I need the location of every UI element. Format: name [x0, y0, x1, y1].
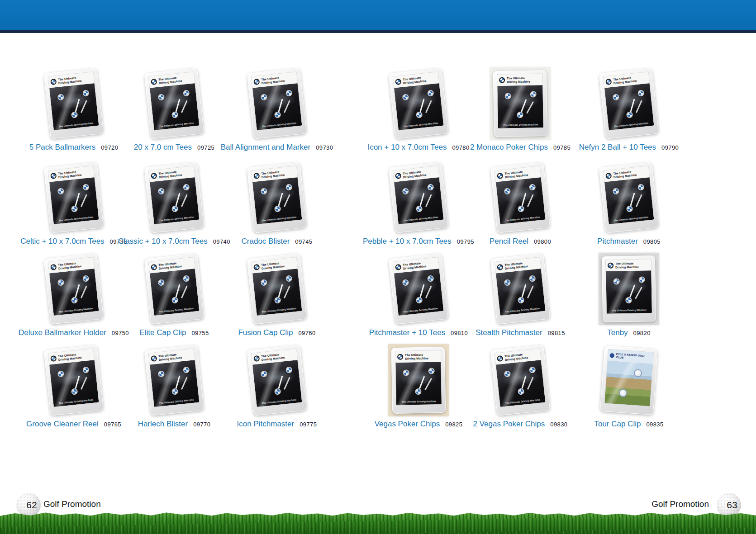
club-crest-icon — [609, 353, 614, 358]
blister-pack: The UltimateDriving Machine The Ultimate… — [389, 253, 449, 325]
pack-contents: The Ultimate Driving Machine — [497, 85, 544, 129]
blister-pack: The UltimateDriving Machine The Ultimate… — [391, 347, 446, 414]
product-photo: The UltimateDriving Machine The Ultimate… — [464, 252, 577, 326]
product-photo: The UltimateDriving Machine The Ultimate… — [17, 252, 130, 326]
product-name: 5 Pack Ballmarkers — [29, 143, 95, 152]
bmw-roundel-icon — [497, 173, 503, 179]
pack-brand-text: The UltimateDriving Machine — [158, 170, 182, 179]
pack-contents: The Ultimate Driving Machine — [495, 177, 546, 225]
product-name: Elite Cap Clip — [139, 328, 186, 337]
product-photo: The UltimateDriving Machine The Ultimate… — [572, 67, 685, 140]
product-photo: The UltimateDriving Machine The Ultimate… — [118, 252, 231, 326]
pack-contents: The Ultimate Driving Machine — [604, 177, 654, 225]
product-code: 09785 — [553, 144, 571, 151]
pack-contents: The Ultimate Driving Machine — [395, 362, 442, 406]
product-card: The UltimateDriving Machine The Ultimate… — [17, 252, 130, 343]
blister-pack: The UltimateDriving Machine The Ultimate… — [493, 70, 548, 137]
pack-contents: The Ultimate Driving Machine — [495, 269, 546, 316]
product-photo: The UltimateDriving Machine The Ultimate… — [464, 161, 577, 234]
grass-strip — [0, 511, 756, 534]
golf-ball-page-marker: 63 — [717, 493, 741, 517]
product-label: Icon Pitchmaster 09775 — [220, 420, 333, 429]
blister-pack: The UltimateDriving Machine The Ultimate… — [599, 68, 659, 139]
product-label: Elite Cap Clip 09755 — [118, 328, 231, 337]
product-name: Pitchmaster — [597, 237, 638, 246]
product-name: Icon + 10 x 7.0cm Tees — [367, 143, 447, 152]
bmw-roundel-icon — [50, 173, 57, 179]
product-code: 09790 — [661, 144, 679, 151]
pack-contents — [604, 361, 653, 407]
product-label: Vegas Poker Chips 09825 — [362, 420, 475, 429]
product-name: Ball Alignment and Marker — [221, 143, 310, 152]
bmw-roundel-icon — [253, 79, 260, 85]
blister-pack: The UltimateDriving Machine The Ultimate… — [144, 68, 204, 139]
blister-pack: The UltimateDriving Machine The Ultimate… — [490, 162, 551, 233]
product-card: The UltimateDriving Machine The Ultimate… — [464, 344, 577, 434]
bmw-roundel-icon — [397, 354, 403, 360]
pack-brand-text: The UltimateDriving Machine — [613, 170, 637, 179]
product-photo: The UltimateDriving Machine The Ultimate… — [220, 252, 333, 326]
product-name: 20 x 7.0 cm Tees — [134, 143, 192, 152]
pack-brand-text: The UltimateDriving Machine — [58, 352, 82, 362]
product-photo: The UltimateDriving Machine The Ultimate… — [118, 344, 231, 417]
blister-pack: The UltimateDriving Machine The Ultimate… — [144, 253, 204, 325]
product-label: Nefyn 2 Ball + 10 Tees 09790 — [572, 143, 685, 152]
pack-contents: The Ultimate Driving Machine — [149, 177, 200, 225]
product-card: The UltimateDriving Machine The Ultimate… — [17, 344, 130, 434]
product-code: 09770 — [193, 421, 210, 428]
golf-ball-page-marker: 62 — [16, 493, 41, 517]
product-code: 09830 — [550, 421, 567, 428]
pack-contents: The Ultimate Driving Machine — [149, 83, 200, 131]
pack-brand-text: The UltimateDriving Machine — [58, 170, 82, 179]
pack-brand-text: The UltimateDriving Machine — [261, 352, 285, 362]
product-code: 09825 — [445, 421, 462, 428]
pack-header: The UltimateDriving Machine — [605, 259, 651, 271]
bmw-roundel-icon — [497, 264, 503, 270]
product-name: Pitchmaster + 10 Tees — [369, 328, 445, 337]
product-code: 09805 — [643, 238, 661, 245]
bmw-roundel-icon — [605, 173, 612, 179]
bmw-roundel-icon — [253, 264, 260, 270]
bmw-roundel-icon — [497, 355, 503, 362]
pack-brand-text: The UltimateDriving Machine — [504, 261, 528, 270]
product-card: The UltimateDriving Machine The Ultimate… — [464, 67, 577, 157]
pack-brand-text: The UltimateDriving Machine — [261, 76, 285, 85]
product-label: Celtic + 10 x 7.0cm Tees 09735 — [17, 237, 130, 246]
product-card: The UltimateDriving Machine The Ultimate… — [17, 161, 130, 251]
club-name-text: PYLE & KENFIG GOLF CLUB — [616, 353, 651, 361]
product-code: 09720 — [101, 144, 118, 151]
product-label: Pencil Reel 09800 — [464, 237, 577, 246]
product-card: The UltimateDriving Machine The Ultimate… — [572, 67, 685, 157]
product-card: PYLE & KENFIG GOLF CLUB Tour Cap Clip 09… — [572, 344, 685, 434]
blister-pack: The UltimateDriving Machine The Ultimate… — [44, 162, 104, 233]
blister-pack: The UltimateDriving Machine The Ultimate… — [602, 255, 656, 322]
product-card: The UltimateDriving Machine The Ultimate… — [220, 344, 333, 434]
product-name: Fusion Cap Clip — [238, 328, 293, 337]
product-label: 2 Vegas Poker Chips 09830 — [464, 420, 577, 429]
pack-contents: The Ultimate Driving Machine — [605, 270, 652, 314]
pack-contents: The Ultimate Driving Machine — [495, 360, 546, 407]
product-label: Pebble + 10 x 7.0cm Tees 09795 — [362, 237, 475, 246]
product-card: The UltimateDriving Machine The Ultimate… — [220, 252, 333, 343]
blister-pack: PYLE & KENFIG GOLF CLUB — [600, 345, 658, 415]
product-card: The UltimateDriving Machine The Ultimate… — [464, 161, 577, 251]
product-card: The UltimateDriving Machine The Ultimate… — [17, 67, 130, 157]
product-card: The UltimateDriving Machine The Ultimate… — [362, 344, 475, 434]
footer-title-left: Golf Promotion — [43, 499, 101, 509]
product-photo: The UltimateDriving Machine The Ultimate… — [362, 67, 475, 140]
pack-contents: The Ultimate Driving Machine — [49, 360, 99, 407]
header-bar — [0, 0, 756, 33]
product-code: 09820 — [633, 330, 651, 336]
page-number-left: 62 — [16, 493, 41, 517]
gloss-highlight — [395, 362, 442, 405]
pack-contents: The Ultimate Driving Machine — [394, 83, 444, 131]
product-code: 09835 — [646, 421, 663, 428]
bmw-roundel-icon — [151, 355, 157, 362]
product-name: 2 Vegas Poker Chips — [473, 420, 545, 429]
bmw-roundel-icon — [151, 79, 157, 85]
blister-pack: The UltimateDriving Machine The Ultimate… — [144, 162, 204, 233]
pack-brand-text: The UltimateDriving Machine — [504, 170, 528, 179]
pack-brand-text: The UltimateDriving Machine — [158, 261, 182, 270]
pack-brand-text: The UltimateDriving Machine — [403, 170, 427, 179]
pack-contents: The Ultimate Driving Machine — [252, 360, 302, 407]
